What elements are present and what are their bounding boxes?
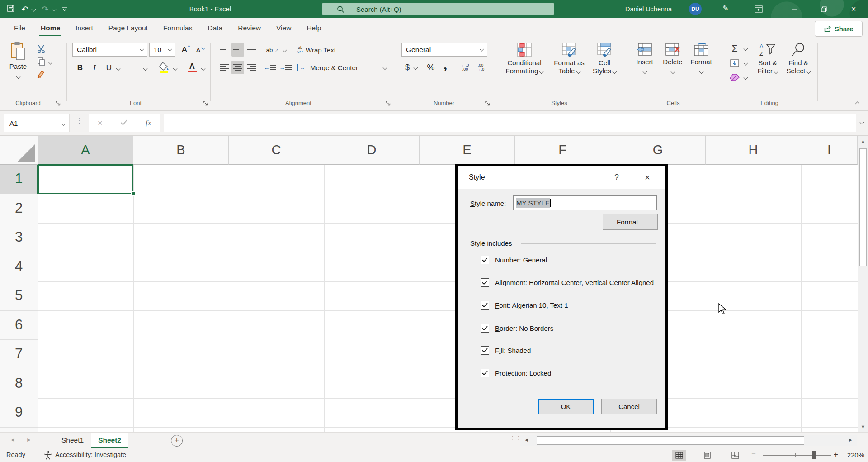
orientation-button[interactable]: ab→ [265,43,280,57]
page-break-preview-button[interactable] [728,450,742,461]
font-dialog-launcher-icon[interactable] [203,100,209,106]
checkbox-fill[interactable] [481,346,489,355]
increase-font-size-button[interactable]: A^ [179,43,193,57]
alignment-dialog-launcher-icon[interactable] [385,100,392,106]
align-center-button[interactable] [231,61,244,74]
vertical-scrollbar[interactable]: ▲ ▼ [858,136,868,432]
row-header-8[interactable]: 8 [0,369,38,399]
scroll-up-icon[interactable]: ▲ [858,138,868,144]
borders-button[interactable] [128,62,141,74]
accessibility-status[interactable]: Accessibility: Investigate [55,451,126,458]
column-header-A[interactable]: A [38,136,133,165]
tab-help[interactable]: Help [299,18,329,38]
fill-dropdown-icon[interactable] [744,61,748,66]
tab-formulas[interactable]: Formulas [156,18,200,38]
paste-dropdown-icon[interactable] [16,75,20,79]
row-header-4[interactable]: 4 [0,252,38,282]
ok-button[interactable]: OK [538,399,594,414]
merge-center-button[interactable]: ↔ Merge & Center [297,61,358,74]
autosum-button[interactable]: Σ [729,43,741,54]
cut-button[interactable] [35,43,47,54]
cell-styles-dropdown-icon[interactable] [613,70,617,74]
checkbox-border[interactable] [481,324,489,333]
bottom-align-button[interactable] [245,43,258,57]
accounting-format-button[interactable]: $ [402,61,412,74]
number-dialog-launcher-icon[interactable] [485,100,491,106]
zoom-out-button[interactable]: − [751,450,756,459]
orientation-dropdown-icon[interactable] [283,48,287,52]
underline-button[interactable]: U [103,62,115,74]
checkbox-alignment[interactable] [481,278,489,287]
copy-dropdown-icon[interactable] [48,60,53,65]
save-icon[interactable] [6,4,15,14]
sort-filter-button[interactable]: A Z Sort & Filter [754,43,781,75]
row-header-6[interactable]: 6 [0,311,38,340]
sheet-nav-forward-icon[interactable]: ► [26,437,32,443]
fill-handle[interactable] [131,191,136,196]
decrease-indent-button[interactable]: ← [263,61,277,74]
column-header-H[interactable]: H [706,136,801,165]
number-format-combobox[interactable]: General [401,43,487,57]
column-header-G[interactable]: G [610,136,706,165]
accounting-dropdown-icon[interactable] [414,66,418,70]
search-box[interactable]: Search (Alt+Q) [322,3,554,15]
selected-cell-a1[interactable] [38,165,133,194]
horizontal-scrollbar-thumb[interactable] [537,436,804,445]
scroll-left-icon[interactable]: ◄ [524,437,529,443]
conditional-formatting-button[interactable]: Conditional Formatting [503,43,546,75]
restore-button[interactable] [809,0,838,18]
italic-button[interactable]: I [89,62,100,74]
enter-entry-icon[interactable] [120,119,127,127]
cancel-entry-icon[interactable]: × [98,118,103,128]
font-color-dropdown-icon[interactable] [201,67,206,71]
tab-review[interactable]: Review [230,18,269,38]
delete-dropdown-icon[interactable] [670,70,675,74]
collapse-ribbon-icon[interactable] [855,102,860,106]
row-header-7[interactable]: 7 [0,340,38,369]
conditional-formatting-dropdown-icon[interactable] [539,70,544,74]
name-box-dropdown-icon[interactable] [61,122,65,125]
column-header-D[interactable]: D [324,136,420,165]
sheet-nav-back-icon[interactable]: ◄ [10,437,15,443]
style-name-input[interactable]: MY STYLE [513,195,657,210]
autosum-dropdown-icon[interactable] [744,47,748,51]
name-box[interactable]: A1 [4,114,70,132]
middle-align-button[interactable] [231,43,244,57]
format-button[interactable]: Format... [603,214,658,230]
pen-editing-icon[interactable]: ✎ [722,4,729,13]
fill-color-button[interactable] [157,61,171,74]
fill-color-dropdown-icon[interactable] [173,67,178,71]
increase-indent-button[interactable]: → [278,61,292,74]
top-align-button[interactable] [218,43,231,57]
format-painter-button[interactable] [35,69,47,80]
insert-dropdown-icon[interactable] [642,70,647,74]
underline-dropdown-icon[interactable] [116,67,121,71]
checkbox-font[interactable] [481,301,489,310]
format-as-table-dropdown-icon[interactable] [576,70,580,74]
sheet-tab-sheet2[interactable]: Sheet2 [91,433,128,448]
insert-cells-button[interactable]: Insert [633,43,656,75]
undo-button[interactable]: ↶ [21,4,28,14]
dialog-help-button[interactable]: ? [607,166,627,189]
paste-button[interactable]: Paste [5,42,31,80]
insert-function-icon[interactable]: fx [146,119,151,128]
zoom-slider-track[interactable] [763,455,831,456]
font-size-combobox[interactable]: 10 [149,43,175,57]
tab-file[interactable]: File [6,18,33,38]
minimize-button[interactable] [780,0,809,18]
column-header-E[interactable]: E [420,136,515,165]
checkbox-protection[interactable] [481,369,489,377]
font-name-dropdown-icon[interactable] [140,47,144,52]
tab-page-layout[interactable]: Page Layout [101,18,156,38]
column-header-I[interactable]: I [801,136,858,165]
format-dropdown-icon[interactable] [699,70,703,74]
redo-dropdown-icon[interactable] [52,7,56,11]
font-size-dropdown-icon[interactable] [168,47,172,52]
number-format-dropdown-icon[interactable] [480,47,484,52]
column-header-B[interactable]: B [133,136,229,165]
scroll-down-icon[interactable]: ▼ [858,424,868,429]
normal-view-button[interactable] [672,450,686,461]
comma-style-button[interactable]: , [440,58,450,71]
new-sheet-button[interactable]: + [171,435,183,447]
tab-home[interactable]: Home [33,18,68,38]
